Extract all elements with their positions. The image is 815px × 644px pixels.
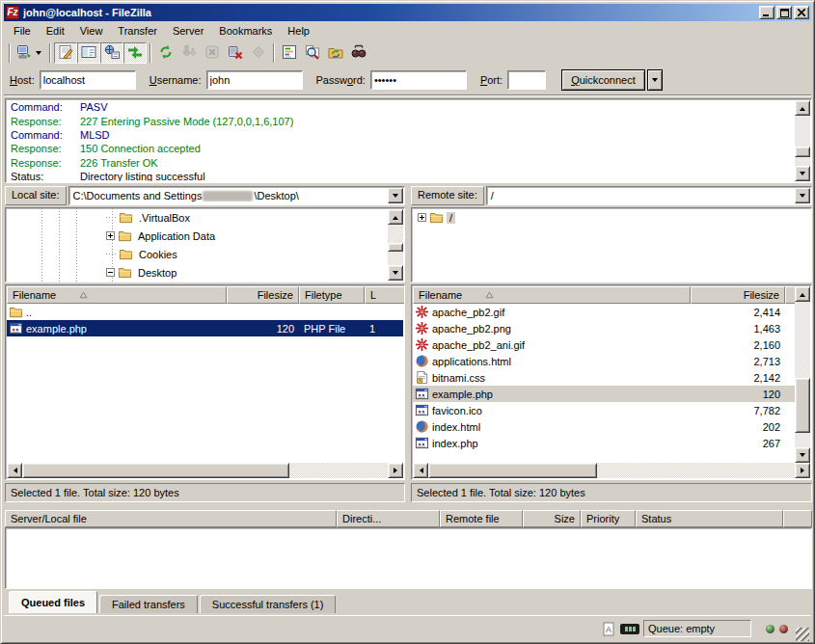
chevron-down-icon[interactable] [36,51,41,56]
tree-item[interactable]: .VirtualBox [6,208,404,227]
menu-transfer[interactable]: Transfer [110,22,165,40]
tree-item[interactable]: Desktop [6,263,404,282]
menu-view[interactable]: View [72,22,111,40]
disconnect-button[interactable] [224,42,247,64]
expand-toggle[interactable] [106,231,115,240]
file-row[interactable]: apache_pb2_ani.gif2,160 [413,336,810,353]
file-row[interactable]: applications.html2,713 [413,353,810,369]
toggle-transfer-queue-button[interactable] [123,42,147,64]
tab-queued-files[interactable]: Queued files [9,591,97,613]
local-path-dropdown-button[interactable] [388,188,403,203]
file-row[interactable]: favicon.ico7,782 [413,402,810,418]
find-icon [351,44,367,62]
queue-column-label: Server/Local file [11,513,87,524]
file-row[interactable]: apache_pb2.gif2,414 [413,304,810,320]
tree-item[interactable]: Application Data [6,227,404,245]
file-row[interactable]: example.php120PHP File1 [7,320,403,336]
minimize-button[interactable] [759,6,774,19]
port-input[interactable] [507,70,546,90]
file-row[interactable]: index.php267 [413,435,810,451]
local-path-combobox[interactable]: C:\Documents and Settings\Desktop\ [68,186,405,205]
file-row[interactable]: .. [7,304,403,320]
scroll-left-button[interactable] [413,463,428,478]
quickconnect-button[interactable]: Quickconnect [561,69,645,91]
scroll-up-button[interactable] [795,286,810,302]
local-tree-scrollbar [388,209,403,281]
scroll-down-button[interactable] [795,166,810,181]
menu-help[interactable]: Help [280,22,317,40]
scroll-left-button[interactable] [7,463,22,478]
queue-column-size[interactable]: Size [523,510,581,527]
column-header-filename[interactable]: Filename [413,286,691,304]
scrollbar-thumb[interactable] [388,243,403,252]
directory-comparison-button[interactable] [301,42,324,64]
site-manager-button[interactable] [14,42,46,64]
tree-item[interactable]: Cookies [6,245,404,263]
remote-path-dropdown-button[interactable] [795,188,810,203]
resize-grip[interactable] [796,628,809,641]
username-input[interactable] [206,70,303,90]
scrollbar-thumb[interactable] [795,378,810,433]
file-row[interactable]: example.php120 [413,386,810,402]
refresh-button[interactable] [154,42,177,64]
scroll-down-button[interactable] [388,265,403,281]
quickconnect-dropdown-button[interactable] [647,69,663,91]
menu-bookmarks[interactable]: Bookmarks [211,22,280,40]
tree-item[interactable]: / [412,208,811,227]
file-name: applications.html [432,356,511,367]
collapse-toggle[interactable] [106,268,115,277]
find-files-button[interactable] [347,42,370,64]
file-name: bitnami.css [432,372,485,384]
remote-path-combobox[interactable]: / [486,186,812,205]
apache-icon [415,305,429,319]
password-input[interactable] [370,70,467,90]
queue-column-priority[interactable]: Priority [581,510,636,527]
menu-server[interactable]: Server [165,22,211,40]
scroll-right-button[interactable] [388,463,403,478]
file-row[interactable]: apache_pb2.png1,463 [413,320,810,336]
column-header-filesize[interactable]: Filesize [691,286,785,304]
filter-button[interactable] [278,42,301,64]
chevron-down-icon [800,194,805,201]
toggle-remote-tree-button[interactable] [100,42,123,64]
menu-file[interactable]: File [6,22,39,40]
queue-column-status[interactable]: Status [636,510,783,527]
filezilla-window: Fz john@localhost - FileZilla FileEditVi… [0,0,815,644]
scrollbar-thumb[interactable] [22,463,289,478]
queue-column-label: Status [641,513,671,524]
column-header-l[interactable]: L [365,286,405,304]
scrollbar-thumb[interactable] [428,463,597,478]
queue-column-remotefile[interactable]: Remote file [440,510,523,527]
apache-icon [415,337,429,352]
scroll-up-button[interactable] [388,209,403,225]
column-header-filetype[interactable]: Filetype [299,286,365,304]
column-header-filesize[interactable]: Filesize [227,286,299,304]
file-name-cell: index.php [413,436,691,450]
menu-edit[interactable]: Edit [39,22,72,40]
expand-toggle[interactable] [418,213,426,222]
log-line-text: PASV [80,101,108,113]
toggle-local-tree-button[interactable] [77,42,100,64]
maximize-button[interactable] [776,6,792,19]
column-header-filename[interactable]: Filename [7,286,227,304]
queue-status-panel: Queue: empty [643,620,751,637]
log-line: Command:MLSD [7,128,794,142]
scroll-up-button[interactable] [795,100,810,116]
file-row[interactable]: index.html202 [413,418,810,435]
filezilla-app-icon[interactable]: Fz [6,6,19,19]
synchronized-browsing-button[interactable] [324,42,347,64]
scroll-down-button[interactable] [795,447,810,463]
host-input[interactable] [40,70,136,90]
scrollbar-thumb[interactable] [795,147,810,156]
toggle-message-log-button[interactable] [54,42,77,64]
tab-failed-transfers[interactable]: Failed transfers [99,595,198,613]
file-row[interactable]: bitnami.css2,142 [413,369,810,386]
queue-column-serverlocalfile[interactable]: Server/Local file [5,510,337,527]
scroll-right-button[interactable] [795,463,810,478]
queue-column-directi[interactable]: Directi... [337,510,440,527]
filter-icon [282,44,297,62]
close-button[interactable] [794,6,809,19]
remote-status-bar: Selected 1 file. Total size: 120 bytes [411,483,812,502]
queue-column-label: Remote file [446,513,500,524]
tab-successful-transfers[interactable]: Successful transfers (1) [200,595,337,613]
